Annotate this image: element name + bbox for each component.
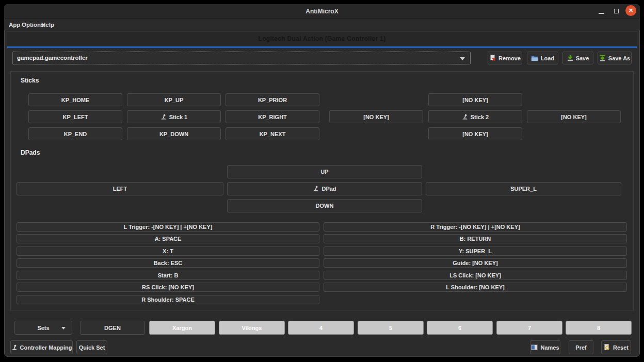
names-label: Names <box>540 344 559 351</box>
stick1-up-right-button[interactable]: KP_PRIOR <box>226 93 319 106</box>
menu-app[interactable]: App <box>8 19 21 30</box>
stick1-up-label: KP_UP <box>165 97 184 103</box>
stick1-up-right-label: KP_PRIOR <box>258 97 287 103</box>
back-button[interactable]: Back: ESC <box>17 258 319 268</box>
sets-menu-button[interactable]: Sets <box>14 321 72 335</box>
dpad-up-button[interactable]: UP <box>227 165 422 178</box>
load-button[interactable]: Load <box>527 52 558 64</box>
stick1-down-button[interactable]: KP_DOWN <box>127 127 221 140</box>
r-trigger-button[interactable]: R Trigger: -[NO KEY] | +[NO KEY] <box>324 222 627 232</box>
save-icon <box>567 55 573 61</box>
minimize-button[interactable] <box>597 7 606 16</box>
save-button[interactable]: Save <box>562 52 593 64</box>
set-tab-7[interactable]: 7 <box>496 321 562 335</box>
dpads-section-title: DPads <box>21 149 40 156</box>
b-button[interactable]: B: RETURN <box>324 234 627 243</box>
controller-tab-label: Logitech Dual Action (Game Controller 1) <box>7 31 637 46</box>
l-trigger-button[interactable]: L Trigger: -[NO KEY] | +[NO KEY] <box>17 222 319 232</box>
set-tab-2[interactable]: Xargon <box>149 321 215 335</box>
dpad-right-button[interactable]: SUPER_L <box>426 182 621 195</box>
load-label: Load <box>541 55 554 61</box>
dpad-left-label: LEFT <box>113 186 127 192</box>
dpad-center-label: DPad <box>321 186 336 192</box>
x-button[interactable]: X: T <box>17 246 319 256</box>
set-tab-1[interactable]: DGEN <box>80 321 145 335</box>
x-button-label: X: T <box>163 248 173 254</box>
start-button[interactable]: Start: B <box>17 271 319 280</box>
stick1-right-label: KP_RIGHT <box>258 114 287 120</box>
start-button-label: Start: B <box>158 272 179 278</box>
remove-button[interactable]: Remove <box>488 52 522 64</box>
stick2-up-button[interactable]: [NO KEY] <box>428 93 522 106</box>
menubar <box>4 19 640 30</box>
set-tab-8[interactable]: 8 <box>566 321 632 335</box>
reset-label: Reset <box>613 344 629 351</box>
r-shoulder-button[interactable]: R Shoulder: SPACE <box>17 295 319 304</box>
stick1-up-left-button[interactable]: KP_HOME <box>28 93 122 106</box>
maximize-button[interactable] <box>612 7 621 16</box>
chevron-down-icon <box>460 57 465 60</box>
stick1-up-left-label: KP_HOME <box>61 97 89 103</box>
remove-label: Remove <box>498 55 521 61</box>
set-tab-6[interactable]: 6 <box>427 321 493 335</box>
minimize-icon <box>599 13 604 14</box>
ls-click-button[interactable]: LS Click: [NO KEY] <box>324 271 627 280</box>
stick2-right-label: [NO KEY] <box>561 114 587 120</box>
save-as-label: Save As <box>608 55 630 61</box>
guide-button[interactable]: Guide: [NO KEY] <box>324 258 627 268</box>
pref-button[interactable]: Pref <box>569 340 593 354</box>
l-shoulder-button[interactable]: L Shoulder: [NO KEY] <box>324 283 627 292</box>
stick1-down-label: KP_DOWN <box>159 131 188 137</box>
y-button[interactable]: Y: SUPER_L <box>324 246 627 256</box>
r-trigger-label: R Trigger: -[NO KEY] | +[NO KEY] <box>430 224 520 230</box>
quick-set-button[interactable]: Quick Set <box>76 340 107 354</box>
sticks-section-title: Sticks <box>21 77 39 84</box>
joystick-icon <box>462 114 468 120</box>
joystick-icon <box>11 344 18 351</box>
back-button-label: Back: ESC <box>154 260 183 266</box>
names-button[interactable]: Names <box>530 340 560 354</box>
dpad-up-label: UP <box>320 169 328 175</box>
rs-click-button[interactable]: RS Click: [NO KEY] <box>17 283 319 292</box>
l-shoulder-label: L Shoulder: [NO KEY] <box>446 284 504 290</box>
set-tab-3[interactable]: Vikings <box>219 321 285 335</box>
stick2-left-button[interactable]: [NO KEY] <box>329 110 423 123</box>
set-tab-8-label: 8 <box>597 325 600 331</box>
stick2-right-button[interactable]: [NO KEY] <box>527 110 621 123</box>
y-button-label: Y: SUPER_L <box>459 248 492 254</box>
stick1-up-button[interactable]: KP_UP <box>127 93 221 106</box>
folder-open-icon <box>531 55 538 61</box>
stick2-down-button[interactable]: [NO KEY] <box>428 127 522 140</box>
dpad-right-label: SUPER_L <box>510 186 537 192</box>
window-title: AntiMicroX <box>4 4 640 19</box>
set-tab-5[interactable]: 5 <box>358 321 424 335</box>
stick1-right-button[interactable]: KP_RIGHT <box>226 110 319 123</box>
r-shoulder-label: R Shoulder: SPACE <box>141 297 194 303</box>
controller-tab[interactable]: Logitech Dual Action (Game Controller 1) <box>7 31 637 48</box>
set-tab-4-label: 4 <box>319 325 323 331</box>
reset-button[interactable]: Reset <box>601 340 631 354</box>
dpad-center-button[interactable]: DPad <box>227 182 422 195</box>
dpad-down-button[interactable]: DOWN <box>227 199 422 212</box>
chevron-down-icon <box>61 327 66 330</box>
stick1-center-label: Stick 1 <box>169 114 187 120</box>
controller-mapping-label: Controller Mapping <box>20 344 72 351</box>
save-as-button[interactable]: Save As <box>598 52 632 64</box>
stick1-down-right-button[interactable]: KP_NEXT <box>226 127 319 140</box>
stick2-center-button[interactable]: Stick 2 <box>428 110 522 123</box>
stick2-center-label: Stick 2 <box>471 114 489 120</box>
menu-help[interactable]: Help <box>40 19 55 30</box>
close-button[interactable]: ✕ <box>625 5 636 16</box>
titlebar[interactable]: AntiMicroX <box>4 4 640 19</box>
stick2-left-label: [NO KEY] <box>363 114 389 120</box>
set-tab-3-label: Vikings <box>242 325 262 331</box>
dpad-left-button[interactable]: LEFT <box>17 182 223 195</box>
set-tab-4[interactable]: 4 <box>288 321 354 335</box>
stick1-left-button[interactable]: KP_LEFT <box>28 110 122 123</box>
stick1-down-left-button[interactable]: KP_END <box>28 127 122 140</box>
controller-mapping-button[interactable]: Controller Mapping <box>10 340 73 354</box>
a-button[interactable]: A: SPACE <box>17 234 319 243</box>
stick1-left-label: KP_LEFT <box>63 114 88 120</box>
stick1-center-button[interactable]: Stick 1 <box>127 110 221 123</box>
profile-combobox[interactable]: gamepad.gamecontroller <box>12 52 471 64</box>
